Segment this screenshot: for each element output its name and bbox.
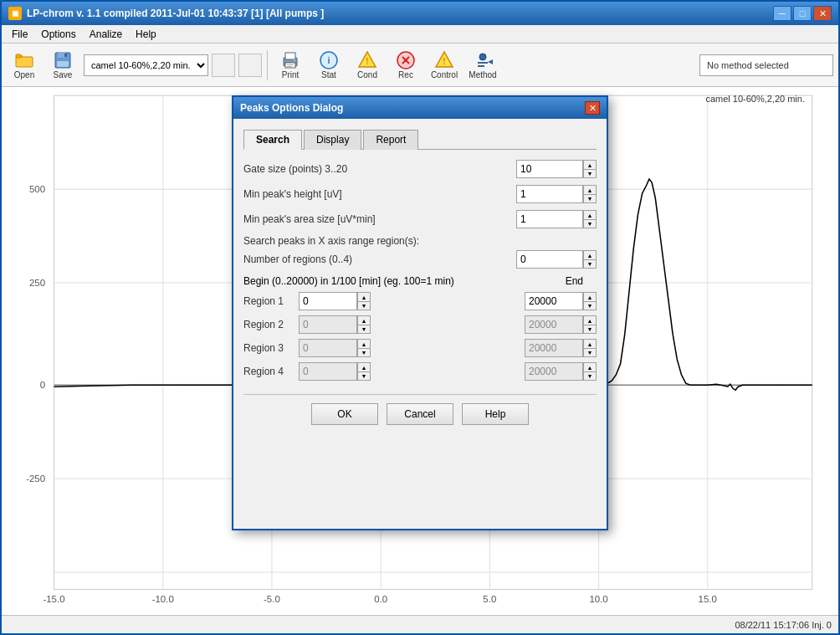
blank-btn2[interactable] (238, 54, 262, 77)
region4-begin-input[interactable] (299, 362, 357, 381)
region2-end-down[interactable]: ▼ (583, 325, 597, 334)
method-dropdown[interactable]: camel 10-60%,2,20 min. (84, 54, 208, 76)
num-regions-down[interactable]: ▼ (583, 259, 597, 269)
svg-rect-5 (57, 61, 69, 67)
region1-begin-down[interactable]: ▼ (357, 301, 371, 310)
min-height-row: Min peak's height [uV] ▲ ▼ (243, 185, 597, 203)
gate-size-down[interactable]: ▼ (583, 169, 597, 178)
region3-begin-down[interactable]: ▼ (357, 348, 371, 357)
title-bar-buttons: ─ □ ✕ (773, 6, 832, 21)
region4-label: Region 4 (243, 366, 294, 377)
gate-size-input[interactable] (516, 160, 583, 178)
peaks-options-dialog: Peaks Options Dialog ✕ Search Display Re… (232, 95, 608, 530)
menu-options[interactable]: Options (34, 27, 82, 42)
minimize-button[interactable]: ─ (773, 6, 791, 21)
region1-begin-spin-buttons: ▲ ▼ (357, 292, 371, 310)
region4-end-input[interactable] (525, 362, 583, 381)
min-area-spin: ▲ ▼ (516, 210, 597, 228)
save-button[interactable]: Save (45, 47, 80, 84)
region4-begin-up[interactable]: ▲ (357, 362, 371, 371)
region1-end-input[interactable] (525, 292, 583, 310)
print-button[interactable]: Print (273, 47, 308, 84)
maximize-button[interactable]: □ (793, 6, 812, 21)
tab-display[interactable]: Display (304, 130, 361, 150)
svg-text:i: i (327, 55, 330, 65)
open-button[interactable]: Open (7, 47, 42, 84)
region3-begin-up[interactable]: ▲ (357, 339, 371, 348)
region3-end-input[interactable] (525, 339, 583, 357)
region1-end-up[interactable]: ▲ (583, 292, 597, 301)
rec-icon (396, 50, 416, 70)
region3-end-up[interactable]: ▲ (583, 339, 597, 348)
region4-begin-down[interactable]: ▼ (357, 371, 371, 381)
num-regions-input[interactable] (516, 250, 583, 269)
min-height-down[interactable]: ▼ (583, 194, 597, 203)
min-height-input[interactable] (516, 185, 583, 203)
region4-end-down[interactable]: ▼ (583, 371, 597, 381)
gate-size-label: Gate size (points) 3..20 (243, 163, 510, 175)
num-regions-up[interactable]: ▲ (583, 250, 597, 259)
svg-text:!: ! (366, 57, 368, 66)
region2-end-up[interactable]: ▲ (583, 315, 597, 325)
region2-end-input[interactable] (525, 315, 583, 334)
region2-begin-input[interactable] (299, 315, 357, 334)
close-button[interactable]: ✕ (813, 6, 832, 21)
region1-row: Region 1 ▲ ▼ ▲ (243, 292, 597, 310)
min-height-up[interactable]: ▲ (583, 185, 597, 194)
cond-button[interactable]: ! Cond (350, 47, 385, 84)
min-area-spin-buttons: ▲ ▼ (583, 210, 597, 228)
region3-label: Region 3 (243, 342, 294, 354)
num-regions-spin: ▲ ▼ (516, 250, 597, 269)
help-button[interactable]: Help (462, 403, 529, 425)
region2-begin-down[interactable]: ▼ (357, 325, 371, 334)
region2-end-spin-buttons: ▲ ▼ (583, 315, 597, 334)
blank-btn1[interactable] (212, 54, 235, 77)
region3-begin-spin-buttons: ▲ ▼ (357, 339, 371, 357)
tab-report[interactable]: Report (363, 130, 418, 150)
svg-rect-23 (478, 62, 488, 64)
region3-begin-input[interactable] (299, 339, 357, 357)
num-regions-label: Number of regions (0..4) (243, 253, 510, 265)
region1-begin-up[interactable]: ▲ (357, 292, 371, 301)
region3-end-down[interactable]: ▼ (583, 348, 597, 357)
region1-end-down[interactable]: ▼ (583, 301, 597, 310)
rec-button[interactable]: Rec (388, 47, 423, 84)
control-button[interactable]: ! Control (427, 47, 462, 84)
region2-begin-up[interactable]: ▲ (357, 315, 371, 325)
region4-end-up[interactable]: ▲ (583, 362, 597, 371)
svg-point-22 (479, 54, 486, 60)
menu-analize[interactable]: Analize (83, 27, 129, 42)
svg-rect-4 (58, 53, 65, 58)
region1-label: Region 1 (243, 295, 294, 307)
svg-rect-8 (285, 53, 295, 59)
min-area-input[interactable] (516, 210, 583, 228)
menu-file[interactable]: File (5, 27, 34, 42)
dialog-close-button[interactable]: ✕ (585, 101, 600, 115)
cancel-button[interactable]: Cancel (387, 403, 453, 425)
region3-end-spin: ▲ ▼ (525, 339, 597, 357)
menu-help[interactable]: Help (129, 27, 163, 42)
region3-begin-spin: ▲ ▼ (299, 339, 371, 357)
method-label: Method (469, 70, 496, 79)
min-height-spin-buttons: ▲ ▼ (583, 185, 597, 203)
status-text: 08/22/11 15:17:06 Inj. 0 (735, 620, 832, 630)
open-label: Open (14, 70, 34, 79)
ok-button[interactable]: OK (311, 403, 378, 425)
region3-row: Region 3 ▲ ▼ ▲ (243, 339, 597, 357)
svg-rect-1 (16, 57, 33, 67)
stat-button[interactable]: i Stat (311, 47, 346, 84)
min-area-down[interactable]: ▼ (583, 219, 597, 228)
search-peaks-label: Search peaks in X axis range region(s): (243, 235, 597, 247)
svg-rect-6 (64, 54, 67, 57)
print-label: Print (282, 70, 300, 79)
method-button[interactable]: Method (465, 47, 500, 84)
cond-icon: ! (357, 50, 377, 70)
min-area-up[interactable]: ▲ (583, 210, 597, 219)
tab-search[interactable]: Search (243, 130, 302, 150)
gate-size-up[interactable]: ▲ (583, 160, 597, 169)
region4-row: Region 4 ▲ ▼ ▲ (243, 362, 597, 381)
region1-begin-input[interactable] (299, 292, 357, 310)
num-regions-spin-buttons: ▲ ▼ (583, 250, 597, 269)
region4-end-spin-buttons: ▲ ▼ (583, 362, 597, 381)
gate-size-spin: ▲ ▼ (516, 160, 597, 178)
